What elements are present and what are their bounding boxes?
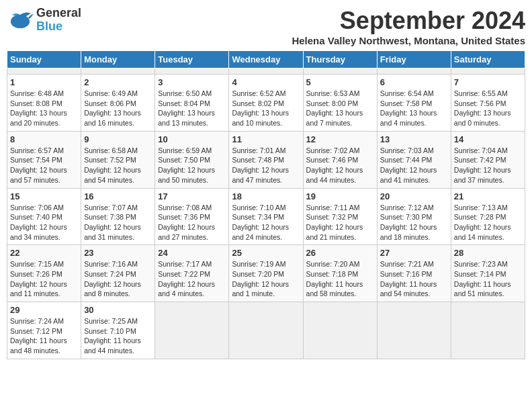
- month-title: September 2024: [292, 7, 525, 35]
- page-header: General Blue September 2024 Helena Valle…: [7, 7, 525, 46]
- calendar-cell: 1 Sunrise: 6:48 AM Sunset: 8:08 PM Dayli…: [7, 75, 81, 132]
- day-number: 12: [306, 134, 374, 144]
- day-info: Sunrise: 7:16 AM Sunset: 7:24 PM Dayligh…: [84, 259, 152, 299]
- day-info: Sunrise: 7:04 AM Sunset: 7:42 PM Dayligh…: [454, 146, 522, 185]
- calendar-cell: 6 Sunrise: 6:54 AM Sunset: 7:58 PM Dayli…: [377, 75, 451, 132]
- calendar-header-row: SundayMondayTuesdayWednesdayThursdayFrid…: [7, 51, 525, 68]
- logo-text: General Blue: [36, 7, 81, 34]
- day-info: Sunrise: 6:52 AM Sunset: 8:02 PM Dayligh…: [232, 89, 300, 128]
- column-header-tuesday: Tuesday: [155, 51, 229, 68]
- day-number: 28: [454, 248, 522, 258]
- day-info: Sunrise: 7:07 AM Sunset: 7:38 PM Dayligh…: [84, 203, 152, 242]
- calendar-cell: 14 Sunrise: 7:04 AM Sunset: 7:42 PM Dayl…: [451, 131, 525, 188]
- day-info: Sunrise: 7:20 AM Sunset: 7:18 PM Dayligh…: [306, 259, 374, 299]
- day-info: Sunrise: 7:15 AM Sunset: 7:26 PM Dayligh…: [10, 259, 78, 299]
- calendar-cell: 17 Sunrise: 7:08 AM Sunset: 7:36 PM Dayl…: [155, 188, 229, 245]
- day-number: 8: [10, 134, 78, 144]
- day-number: 1: [10, 77, 78, 87]
- day-info: Sunrise: 7:11 AM Sunset: 7:32 PM Dayligh…: [306, 203, 374, 242]
- calendar-cell: 10 Sunrise: 6:59 AM Sunset: 7:50 PM Dayl…: [155, 131, 229, 188]
- day-info: Sunrise: 6:58 AM Sunset: 7:52 PM Dayligh…: [84, 146, 152, 185]
- day-info: Sunrise: 7:12 AM Sunset: 7:30 PM Dayligh…: [380, 203, 448, 242]
- calendar-table: SundayMondayTuesdayWednesdayThursdayFrid…: [7, 50, 525, 359]
- calendar-cell: [229, 302, 303, 359]
- day-number: 20: [380, 191, 448, 201]
- calendar-cell: [303, 302, 377, 359]
- title-area: September 2024 Helena Valley Northwest, …: [292, 7, 525, 46]
- day-number: 25: [232, 248, 300, 258]
- calendar-cell: 4 Sunrise: 6:52 AM Sunset: 8:02 PM Dayli…: [229, 75, 303, 132]
- day-info: Sunrise: 7:19 AM Sunset: 7:20 PM Dayligh…: [232, 259, 300, 299]
- calendar-cell: [377, 68, 451, 75]
- day-info: Sunrise: 7:10 AM Sunset: 7:34 PM Dayligh…: [232, 203, 300, 242]
- column-header-monday: Monday: [81, 51, 155, 68]
- day-info: Sunrise: 7:25 AM Sunset: 7:10 PM Dayligh…: [84, 316, 152, 356]
- calendar-cell: 21 Sunrise: 7:13 AM Sunset: 7:28 PM Dayl…: [451, 188, 525, 245]
- day-number: 7: [454, 77, 522, 87]
- day-number: 2: [84, 77, 152, 87]
- logo: General Blue: [7, 7, 81, 34]
- day-number: 26: [306, 248, 374, 258]
- calendar-cell: 7 Sunrise: 6:55 AM Sunset: 7:56 PM Dayli…: [451, 75, 525, 132]
- calendar-week-row: [7, 68, 525, 75]
- calendar-cell: 22 Sunrise: 7:15 AM Sunset: 7:26 PM Dayl…: [7, 245, 81, 302]
- calendar-cell: 29 Sunrise: 7:24 AM Sunset: 7:12 PM Dayl…: [7, 302, 81, 359]
- calendar-cell: 15 Sunrise: 7:06 AM Sunset: 7:40 PM Dayl…: [7, 188, 81, 245]
- calendar-cell: 2 Sunrise: 6:49 AM Sunset: 8:06 PM Dayli…: [81, 75, 155, 132]
- day-number: 24: [158, 248, 226, 258]
- calendar-week-row: 1 Sunrise: 6:48 AM Sunset: 8:08 PM Dayli…: [7, 75, 525, 132]
- calendar-cell: [451, 68, 525, 75]
- day-number: 9: [84, 134, 152, 144]
- calendar-cell: 26 Sunrise: 7:20 AM Sunset: 7:18 PM Dayl…: [303, 245, 377, 302]
- logo-icon: [7, 7, 34, 34]
- calendar-cell: 28 Sunrise: 7:23 AM Sunset: 7:14 PM Dayl…: [451, 245, 525, 302]
- calendar-cell: 8 Sunrise: 6:57 AM Sunset: 7:54 PM Dayli…: [7, 131, 81, 188]
- calendar-cell: 11 Sunrise: 7:01 AM Sunset: 7:48 PM Dayl…: [229, 131, 303, 188]
- calendar-week-row: 29 Sunrise: 7:24 AM Sunset: 7:12 PM Dayl…: [7, 302, 525, 359]
- day-info: Sunrise: 7:23 AM Sunset: 7:14 PM Dayligh…: [454, 259, 522, 299]
- calendar-week-row: 15 Sunrise: 7:06 AM Sunset: 7:40 PM Dayl…: [7, 188, 525, 245]
- day-info: Sunrise: 6:55 AM Sunset: 7:56 PM Dayligh…: [454, 89, 522, 128]
- day-number: 18: [232, 191, 300, 201]
- day-number: 3: [158, 77, 226, 87]
- day-number: 5: [306, 77, 374, 87]
- column-header-sunday: Sunday: [7, 51, 81, 68]
- day-number: 27: [380, 248, 448, 258]
- calendar-cell: 24 Sunrise: 7:17 AM Sunset: 7:22 PM Dayl…: [155, 245, 229, 302]
- day-info: Sunrise: 7:03 AM Sunset: 7:44 PM Dayligh…: [380, 146, 448, 185]
- calendar-cell: [155, 302, 229, 359]
- day-number: 6: [380, 77, 448, 87]
- calendar-cell: [303, 68, 377, 75]
- day-info: Sunrise: 7:02 AM Sunset: 7:46 PM Dayligh…: [306, 146, 374, 185]
- calendar-cell: 12 Sunrise: 7:02 AM Sunset: 7:46 PM Dayl…: [303, 131, 377, 188]
- calendar-cell: [81, 68, 155, 75]
- day-info: Sunrise: 7:13 AM Sunset: 7:28 PM Dayligh…: [454, 203, 522, 242]
- column-header-wednesday: Wednesday: [229, 51, 303, 68]
- calendar-cell: 20 Sunrise: 7:12 AM Sunset: 7:30 PM Dayl…: [377, 188, 451, 245]
- day-number: 16: [84, 191, 152, 201]
- calendar-cell: 13 Sunrise: 7:03 AM Sunset: 7:44 PM Dayl…: [377, 131, 451, 188]
- calendar-cell: 9 Sunrise: 6:58 AM Sunset: 7:52 PM Dayli…: [81, 131, 155, 188]
- calendar-cell: 30 Sunrise: 7:25 AM Sunset: 7:10 PM Dayl…: [81, 302, 155, 359]
- calendar-cell: [229, 68, 303, 75]
- calendar-cell: 16 Sunrise: 7:07 AM Sunset: 7:38 PM Dayl…: [81, 188, 155, 245]
- day-info: Sunrise: 6:57 AM Sunset: 7:54 PM Dayligh…: [10, 146, 78, 185]
- day-number: 17: [158, 191, 226, 201]
- day-number: 22: [10, 248, 78, 258]
- day-info: Sunrise: 7:21 AM Sunset: 7:16 PM Dayligh…: [380, 259, 448, 299]
- day-number: 23: [84, 248, 152, 258]
- day-number: 13: [380, 134, 448, 144]
- column-header-thursday: Thursday: [303, 51, 377, 68]
- calendar-cell: 25 Sunrise: 7:19 AM Sunset: 7:20 PM Dayl…: [229, 245, 303, 302]
- day-info: Sunrise: 6:59 AM Sunset: 7:50 PM Dayligh…: [158, 146, 226, 185]
- day-info: Sunrise: 7:24 AM Sunset: 7:12 PM Dayligh…: [10, 316, 78, 356]
- svg-point-1: [11, 15, 30, 28]
- day-number: 11: [232, 134, 300, 144]
- day-number: 30: [84, 305, 152, 315]
- day-info: Sunrise: 6:49 AM Sunset: 8:06 PM Dayligh…: [84, 89, 152, 128]
- day-number: 15: [10, 191, 78, 201]
- calendar-cell: [7, 68, 81, 75]
- day-number: 10: [158, 134, 226, 144]
- day-number: 4: [232, 77, 300, 87]
- calendar-week-row: 8 Sunrise: 6:57 AM Sunset: 7:54 PM Dayli…: [7, 131, 525, 188]
